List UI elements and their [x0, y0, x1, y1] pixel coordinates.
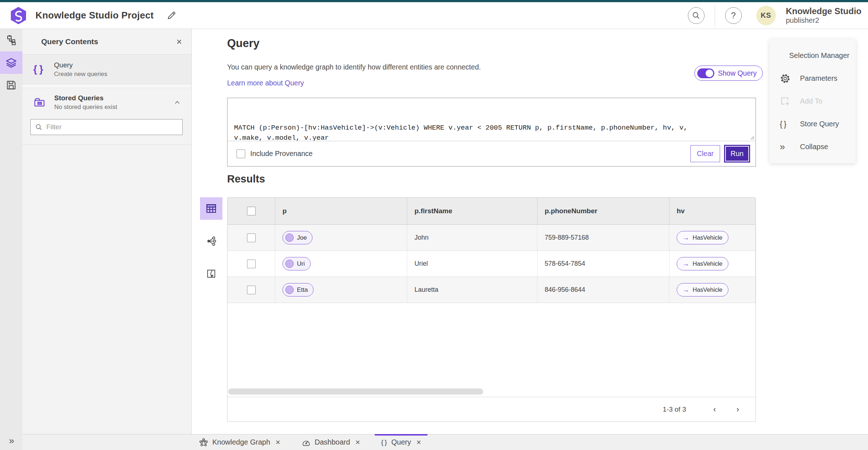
entity-dot-icon: [285, 260, 294, 268]
query-editor: MATCH (p:Person)-[hv:HasVehicle]->(v:Veh…: [227, 98, 756, 167]
menu-item-parameters[interactable]: Parameters: [770, 67, 856, 90]
braces-icon: { }: [381, 438, 387, 446]
relationship-pill[interactable]: →HasVehicle: [677, 231, 728, 244]
cell-phonenumber: 759-889-57168: [537, 225, 669, 251]
panel-section-divider: [22, 144, 191, 145]
stored-queries-label: Stored Queries: [54, 94, 117, 102]
learn-more-link[interactable]: Learn more about Query: [227, 79, 304, 87]
question-icon: ?: [731, 10, 736, 21]
column-header-phonenumber[interactable]: p.phoneNumber: [537, 198, 669, 224]
user-block[interactable]: Knowledge Studio publisher2: [786, 6, 861, 25]
arrow-right-icon: →: [682, 234, 689, 242]
menu-item-collapse[interactable]: » Collapse: [770, 135, 856, 158]
close-tab-icon[interactable]: ×: [276, 438, 280, 447]
braces-icon: { }: [780, 119, 791, 129]
close-panel-icon[interactable]: ×: [176, 37, 182, 46]
entity-dot-icon: [285, 234, 294, 242]
column-header-hv[interactable]: hv: [669, 198, 756, 224]
entity-pill[interactable]: Etta: [282, 283, 314, 297]
help-button[interactable]: ?: [725, 7, 742, 24]
tab-label: Knowledge Graph: [212, 438, 270, 446]
select-all-checkbox[interactable]: [247, 207, 256, 215]
pagination-info: 1-3 of 3: [663, 405, 686, 413]
search-button[interactable]: [688, 7, 705, 24]
rail-item-data-model[interactable]: [0, 29, 22, 51]
chevron-right-icon: ›: [736, 405, 739, 414]
menu-item-label: Parameters: [800, 74, 837, 83]
results-title: Results: [227, 173, 265, 185]
map-view-button[interactable]: [200, 262, 222, 285]
filter-field: [30, 119, 183, 135]
prev-page-button[interactable]: ‹: [706, 401, 723, 418]
horizontal-scrollbar[interactable]: [228, 388, 483, 395]
include-provenance-checkbox[interactable]: [237, 150, 245, 158]
entity-pill[interactable]: Uri: [282, 257, 311, 270]
table-row[interactable]: Etta Lauretta 846-956-8644 →HasVehicle: [227, 277, 756, 303]
column-header-firstname[interactable]: p.firstName: [407, 198, 537, 224]
run-button[interactable]: Run: [725, 146, 749, 161]
entity-pill[interactable]: Joe: [282, 231, 312, 244]
edit-title-icon[interactable]: [166, 10, 177, 21]
link-chart-view-icon: [206, 236, 217, 247]
rail-expand-button[interactable]: »: [0, 435, 22, 446]
rail-item-save[interactable]: [0, 74, 22, 96]
column-header-p[interactable]: p: [275, 198, 407, 224]
query-textarea[interactable]: MATCH (p:Person)-[hv:HasVehicle]->(v:Veh…: [227, 98, 756, 141]
panel-title: Query Contents: [41, 37, 98, 46]
close-tab-icon[interactable]: ×: [356, 438, 360, 447]
results-table: p p.firstName p.phoneNumber hv Joe John …: [227, 197, 756, 422]
resize-handle-icon[interactable]: [749, 135, 754, 140]
tab-label: Dashboard: [315, 438, 350, 446]
query-contents-panel: Query Contents × { } Query Create new qu…: [22, 29, 192, 434]
table-row[interactable]: Joe John 759-889-57168 →HasVehicle: [227, 225, 756, 251]
row-checkbox[interactable]: [247, 234, 256, 242]
next-page-button[interactable]: ›: [729, 401, 746, 418]
panel-item-query[interactable]: { } Query Create new queries: [22, 55, 191, 84]
filter-input[interactable]: [46, 123, 178, 131]
query-text: MATCH (p:Person)-[hv:HasVehicle]->(v:Veh…: [234, 123, 693, 141]
relationship-label: HasVehicle: [693, 234, 723, 241]
chevron-up-icon[interactable]: [173, 98, 181, 106]
query-description: You can query a knowledge graph to ident…: [227, 63, 481, 71]
tab-query[interactable]: { } Query ×: [375, 434, 428, 450]
search-icon: [692, 11, 701, 20]
table-body: Joe John 759-889-57168 →HasVehicle Uri U…: [227, 225, 756, 397]
show-query-toggle[interactable]: Show Query: [694, 66, 763, 81]
close-tab-icon[interactable]: ×: [416, 438, 421, 447]
rail-item-layers[interactable]: [0, 51, 22, 74]
chevron-left-icon: ‹: [713, 405, 716, 414]
row-checkbox[interactable]: [247, 286, 256, 294]
user-name: Knowledge Studio: [786, 6, 861, 16]
relationship-label: HasVehicle: [693, 286, 723, 293]
cell-phonenumber: 846-956-8644: [537, 277, 669, 303]
save-icon: [6, 80, 17, 91]
menu-item-label: Store Query: [800, 120, 839, 128]
double-chevron-icon: »: [780, 141, 791, 152]
relationship-pill[interactable]: →HasVehicle: [677, 283, 728, 297]
relationship-pill[interactable]: →HasVehicle: [677, 257, 728, 270]
link-chart-view-button[interactable]: [200, 230, 222, 252]
table-view-button[interactable]: [200, 197, 222, 220]
clear-button[interactable]: Clear: [690, 145, 720, 162]
menu-item-add-to: Add To: [770, 90, 856, 113]
double-chevron-icon: »: [9, 435, 13, 446]
tab-knowledge-graph[interactable]: Knowledge Graph ×: [192, 434, 287, 450]
layers-icon: [5, 57, 17, 68]
menu-item-store-query[interactable]: { } Store Query: [770, 113, 856, 135]
results-view-toolbar: [200, 197, 222, 295]
cell-firstname: John: [407, 225, 537, 251]
stored-queries-header[interactable]: Stored Queries No stored queries exist: [22, 88, 191, 117]
search-icon: [35, 123, 43, 131]
toggle-switch-icon: [697, 68, 714, 78]
menu-item-selection-manager[interactable]: Selection Manager: [770, 44, 856, 67]
table-row[interactable]: Uri Uriel 578-654-7854 →HasVehicle: [227, 251, 756, 277]
entity-label: Uri: [297, 260, 305, 268]
row-checkbox[interactable]: [247, 260, 256, 268]
avatar[interactable]: KS: [756, 6, 776, 25]
query-side-menu: Selection Manager Parameters: [770, 39, 856, 163]
show-query-label: Show Query: [718, 69, 757, 77]
include-provenance-label: Include Provenance: [250, 150, 312, 158]
tab-dashboard[interactable]: Dashboard ×: [295, 434, 367, 450]
braces-icon: { }: [33, 64, 44, 75]
data-model-icon: [6, 35, 17, 46]
